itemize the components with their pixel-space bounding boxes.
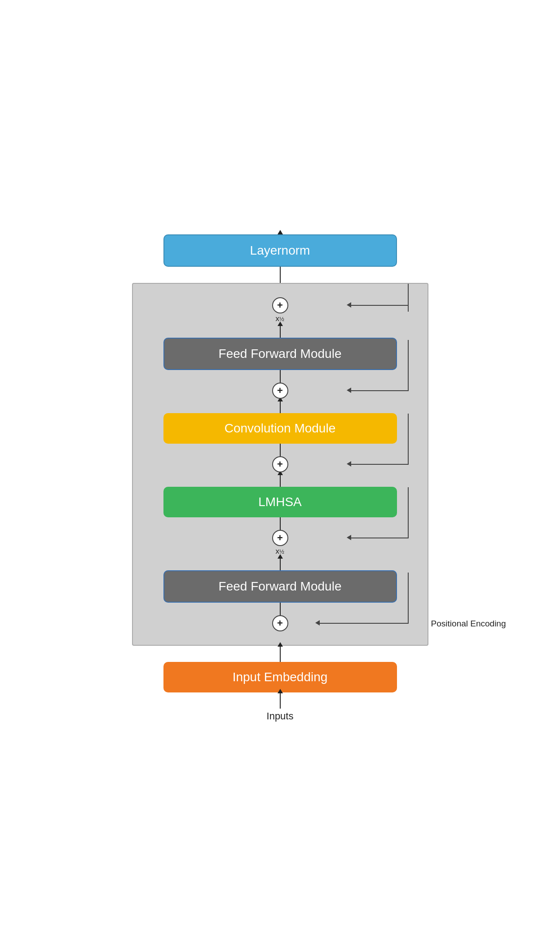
arrow-ffm-top-up <box>280 325 281 338</box>
skip-line-2 <box>408 340 409 391</box>
plus-circle-4: + <box>272 530 288 546</box>
diagram-container: Layernorm + x½ <box>123 212 437 740</box>
skip-line-4 <box>408 487 409 538</box>
feed-forward-top-box: Feed Forward Module <box>163 338 397 370</box>
plus-symbol-3: + <box>277 458 283 470</box>
input-embedding-label: Input Embedding <box>233 670 328 684</box>
skip-line-top <box>408 284 409 312</box>
skip-arrowhead-2 <box>347 388 351 393</box>
conformer-block: + x½ Feed Forward Module + <box>132 283 428 646</box>
convolution-box: Convolution Module <box>163 413 397 444</box>
skip-arrowhead-4 <box>347 535 351 540</box>
arrow-inputs <box>280 692 281 709</box>
plus-symbol-bottom: + <box>277 617 283 629</box>
arrow-ffm-bottom-in <box>280 603 281 615</box>
lmhsa-box: LMHSA <box>163 487 397 517</box>
skip-arrow-4-line <box>350 538 409 538</box>
feed-forward-bottom-label: Feed Forward Module <box>219 579 342 593</box>
arrow-lmhsa-up <box>280 474 281 487</box>
arrow-ffm-top-in <box>280 370 281 383</box>
layernorm-box: Layernorm <box>163 234 397 267</box>
plus-circle-top: + <box>272 297 288 313</box>
skip-arrowhead-3 <box>347 461 351 467</box>
lmhsa-label: LMHSA <box>258 495 301 509</box>
positional-encoding-label: Positional Encoding <box>431 619 506 629</box>
convolution-label: Convolution Module <box>225 421 336 435</box>
arrow-layernorm-in <box>280 267 281 283</box>
arrow-conv-up <box>280 401 281 413</box>
skip-arrow-3-line <box>350 464 409 465</box>
pos-enc-arrow-line <box>319 623 409 624</box>
plus-circle-2: + <box>272 383 288 399</box>
skip-arrow-top-line <box>350 305 409 306</box>
plus-circle-3: + <box>272 456 288 472</box>
layernorm-label: Layernorm <box>250 243 310 257</box>
input-embedding-box: Input Embedding <box>163 662 397 692</box>
plus-symbol-top: + <box>277 300 283 311</box>
skip-line-5 <box>408 573 409 623</box>
arrow-ffm-bottom-up <box>280 558 281 570</box>
skip-arrowhead-top <box>347 302 351 308</box>
pos-enc-arrowhead <box>315 620 320 626</box>
inputs-label: Inputs <box>267 710 294 722</box>
plus-symbol-2: + <box>277 385 283 397</box>
feed-forward-top-label: Feed Forward Module <box>219 347 342 361</box>
plus-circle-bottom: + <box>272 615 288 631</box>
arrow-conv-in <box>280 444 281 456</box>
plus-symbol-4: + <box>277 532 283 544</box>
arrow-lmhsa-in <box>280 517 281 530</box>
feed-forward-bottom-box: Feed Forward Module <box>163 570 397 603</box>
arrow-input-emb <box>280 646 281 662</box>
skip-arrow-2-line <box>350 390 409 391</box>
skip-line-3 <box>408 414 409 464</box>
